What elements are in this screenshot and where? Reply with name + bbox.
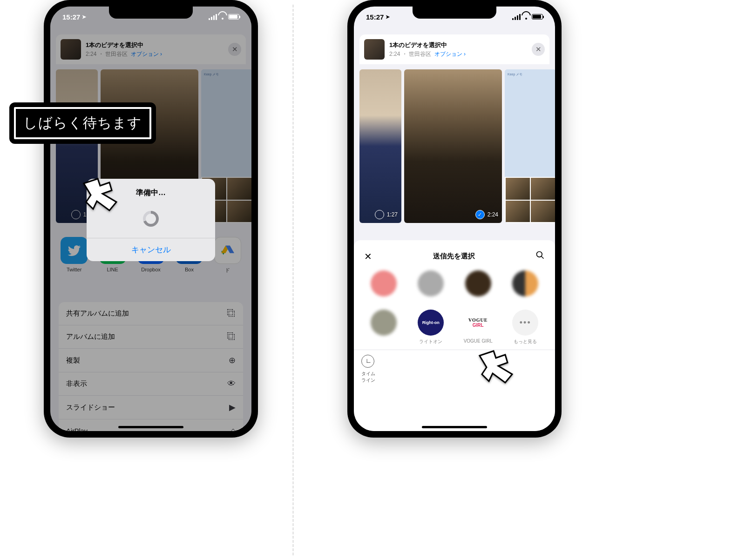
location-services-icon: ➤ xyxy=(386,14,390,20)
status-time: 15:27 xyxy=(62,13,80,21)
contact-vogue-girl[interactable]: VOGUEGIRLVOGUE GIRL xyxy=(456,310,501,345)
contact-item[interactable] xyxy=(503,270,548,306)
cellular-icon xyxy=(209,14,217,20)
cellular-icon xyxy=(512,14,521,20)
phone-mockup-right: 15:27 ➤ 1本のビデオを選択中 2:24 ・ 世田谷区 オプション › ✕ xyxy=(347,0,562,438)
battery-icon xyxy=(532,14,543,20)
annotation-callout: しばらく待ちます xyxy=(9,102,156,144)
home-indicator[interactable] xyxy=(422,426,487,428)
selected-video-thumbnail xyxy=(364,39,385,60)
wifi-icon xyxy=(219,14,226,20)
search-icon[interactable] xyxy=(534,249,547,264)
phone-mockup-left: 15:27 ➤ 1本のビデオを選択中 2:24 ・ 世田谷区 オプション › ✕ xyxy=(44,0,258,438)
sheet-title: 送信先を選択 xyxy=(433,252,475,261)
pointer-cursor-icon xyxy=(470,346,517,388)
battery-icon xyxy=(228,14,239,20)
vogue-girl-logo: VOGUEGIRL xyxy=(465,310,491,336)
status-bar: 15:27 ➤ xyxy=(50,7,251,27)
keep-memo-preview: Keep メモ xyxy=(505,69,555,177)
contact-item[interactable] xyxy=(361,270,406,306)
line-send-to-sheet: ✕ 送信先を選択 Right-onライトオン VOGUEGIRLVOGUE GI… xyxy=(354,240,555,431)
share-subtitle: 2:24 ・ 世田谷区 オプション › xyxy=(389,50,527,58)
svg-line-1 xyxy=(542,256,544,259)
checkmark-icon[interactable]: ✓ xyxy=(475,210,485,219)
more-button[interactable]: •••もっと見る xyxy=(503,310,548,345)
vertical-divider xyxy=(292,5,294,555)
clock-icon xyxy=(361,355,374,368)
pointer-cursor-icon xyxy=(74,174,121,216)
more-icon: ••• xyxy=(512,310,538,336)
contact-item[interactable] xyxy=(409,270,454,306)
share-title: 1本のビデオを選択中 xyxy=(389,41,527,49)
media-thumbnail[interactable]: Keep メモ xyxy=(505,69,555,223)
media-thumbnail-selected[interactable]: ✓2:24 xyxy=(404,69,502,223)
timeline-button[interactable]: タイム ライン xyxy=(361,355,385,384)
contact-item[interactable] xyxy=(456,270,501,306)
progress-spinner-icon xyxy=(143,211,159,227)
righton-logo: Right-on xyxy=(418,310,444,336)
close-button[interactable]: ✕ xyxy=(532,43,545,56)
home-indicator[interactable] xyxy=(118,426,183,428)
selection-circle-icon[interactable] xyxy=(375,210,384,219)
svg-point-0 xyxy=(537,252,542,257)
location-services-icon: ➤ xyxy=(82,14,86,20)
divider xyxy=(354,350,555,350)
contact-righton[interactable]: Right-onライトオン xyxy=(409,310,454,345)
media-preview-row[interactable]: 1:27 ✓2:24 Keep メモ xyxy=(359,69,549,223)
media-thumbnail[interactable]: 1:27 xyxy=(359,69,401,223)
contact-item[interactable] xyxy=(361,310,406,345)
wifi-icon xyxy=(522,14,530,20)
share-sheet-header: 1本のビデオを選択中 2:24 ・ 世田谷区 オプション › ✕ xyxy=(359,34,549,64)
status-bar: 15:27 ➤ xyxy=(354,7,555,27)
status-time: 15:27 xyxy=(366,13,384,21)
cancel-button[interactable]: キャンセル xyxy=(87,238,215,261)
options-link[interactable]: オプション xyxy=(434,51,462,57)
chevron-right-icon: › xyxy=(464,51,466,57)
contacts-grid: Right-onライトオン VOGUEGIRLVOGUE GIRL •••もっと… xyxy=(361,270,548,345)
close-icon[interactable]: ✕ xyxy=(362,249,374,264)
